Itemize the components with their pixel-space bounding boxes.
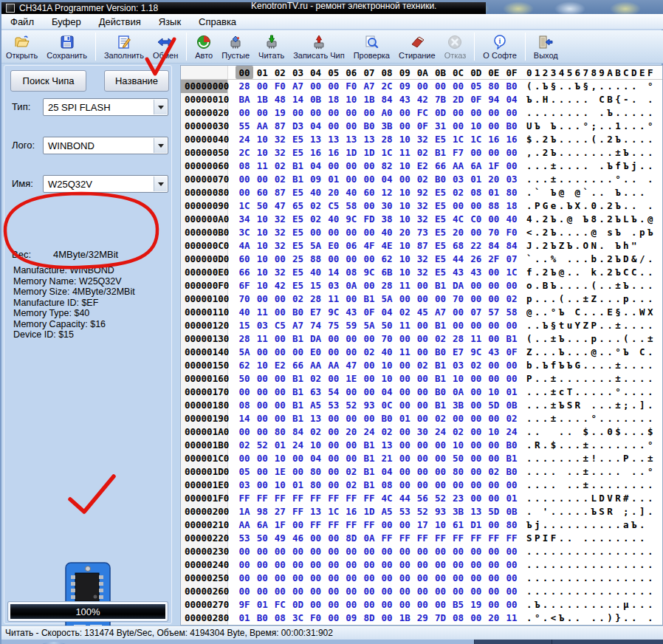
hex-byte-cell[interactable]: 00 <box>360 160 378 173</box>
hex-byte-cell[interactable]: 00 <box>413 372 431 386</box>
hex-byte-cell[interactable]: 00 <box>253 425 271 439</box>
hex-byte-cell[interactable]: 08 <box>271 612 289 625</box>
hex-byte-cell[interactable]: 3B <box>378 120 396 133</box>
hex-byte-cell[interactable]: 27 <box>271 505 289 518</box>
hex-byte-cell[interactable]: FF <box>271 492 289 505</box>
hex-row[interactable]: 000002904100000487B000000000000D00450000… <box>181 625 662 626</box>
hex-byte-cell[interactable]: 00 <box>271 253 289 266</box>
hex-address[interactable]: 00000210 <box>181 518 228 532</box>
hex-byte-cell[interactable]: B1 <box>289 160 306 173</box>
hex-byte-cell[interactable]: 00 <box>325 372 343 386</box>
hex-byte-cell[interactable]: 06 <box>343 239 360 253</box>
hex-row[interactable]: 000001F0FFFFFFFFFFFFFFFF4C44565223000001… <box>181 492 662 505</box>
hex-byte-cell[interactable]: 93 <box>360 399 378 412</box>
hex-byte-cell[interactable]: 61 <box>450 518 467 532</box>
hex-address[interactable]: 000001F0 <box>181 492 228 505</box>
hex-byte-cell[interactable]: 00 <box>289 585 306 598</box>
hex-byte-cell[interactable]: 00 <box>431 585 449 598</box>
hex-byte-cell[interactable]: 9C <box>343 213 360 226</box>
hex-byte-cell[interactable]: 80 <box>307 479 325 492</box>
hex-byte-cell[interactable]: 21 <box>378 452 396 465</box>
hex-byte-cell[interactable]: 00 <box>485 558 503 572</box>
hex-byte-cell[interactable]: 00 <box>343 585 360 598</box>
hex-byte-cell[interactable]: 00 <box>253 545 271 558</box>
hex-byte-cell[interactable]: 00 <box>467 226 485 239</box>
hex-byte-cell[interactable]: 40 <box>307 266 325 279</box>
hex-byte-cell[interactable]: 0F <box>467 93 485 106</box>
hex-byte-cell[interactable]: 3B <box>450 505 467 518</box>
hex-byte-cell[interactable]: 02 <box>396 306 413 319</box>
hex-byte-cell[interactable]: 03 <box>325 279 343 292</box>
hex-byte-cell[interactable]: 00 <box>450 319 467 332</box>
hex-byte-cell[interactable]: 00 <box>413 572 431 585</box>
hex-byte-cell[interactable]: 00 <box>467 279 485 292</box>
hex-byte-cell[interactable]: 10 <box>396 133 413 146</box>
hex-byte-cell[interactable]: 00 <box>289 465 306 479</box>
hex-byte-cell[interactable]: 02 <box>431 412 449 425</box>
hex-byte-cell[interactable]: 00 <box>236 572 253 585</box>
hex-row[interactable]: 000000C04A1032E55AE0064F4E1087E568228484… <box>181 239 662 253</box>
hex-byte-cell[interactable]: 00 <box>325 572 343 585</box>
hex-byte-cell[interactable]: 02 <box>307 213 325 226</box>
hex-byte-cell[interactable]: 00 <box>360 412 378 425</box>
hex-byte-cell[interactable]: 01 <box>325 173 343 186</box>
hex-byte-cell[interactable]: 05 <box>236 465 253 479</box>
hex-byte-cell[interactable]: 46 <box>289 532 306 545</box>
hex-byte-cell[interactable]: 1F <box>485 160 503 173</box>
hex-byte-cell[interactable]: 00 <box>236 558 253 572</box>
hex-byte-cell[interactable]: 20 <box>450 226 467 239</box>
hex-byte-cell[interactable]: 17 <box>413 518 431 532</box>
hex-byte-cell[interactable]: 00 <box>307 80 325 93</box>
hex-byte-cell[interactable]: 04 <box>378 173 396 186</box>
hex-byte-cell[interactable]: 00 <box>485 106 503 120</box>
hex-byte-cell[interactable]: 20 <box>485 612 503 625</box>
hex-byte-cell[interactable]: 93 <box>431 505 449 518</box>
hex-row[interactable]: 000000502C1032E516161D1D1C1102B1F7000000… <box>181 146 662 160</box>
hex-byte-cell[interactable]: 57 <box>485 306 503 319</box>
hex-byte-cell[interactable]: 6F <box>236 279 253 292</box>
hex-byte-cell[interactable]: 00 <box>503 598 521 612</box>
menu-item-2[interactable]: Действия <box>90 14 150 30</box>
hex-byte-cell[interactable]: B1 <box>431 146 449 160</box>
hex-byte-cell[interactable]: 41 <box>236 625 253 626</box>
hex-byte-cell[interactable]: 1E <box>343 372 360 386</box>
hex-byte-cell[interactable]: 32 <box>271 146 289 160</box>
hex-byte-cell[interactable]: 8D <box>343 532 360 545</box>
hex-byte-cell[interactable]: AA <box>450 160 467 173</box>
hex-byte-cell[interactable]: 08 <box>236 160 253 173</box>
hex-byte-cell[interactable]: 18 <box>325 93 343 106</box>
hex-address[interactable]: 00000050 <box>181 146 228 160</box>
hex-byte-cell[interactable]: 00 <box>503 359 521 372</box>
hex-row[interactable]: 000001506210E266AAAA4700100002B103020000… <box>181 359 662 372</box>
toolbar-button-11[interactable]: iО Софте <box>479 31 521 62</box>
toolbar-button-6[interactable]: Читать <box>255 31 288 62</box>
hex-byte-cell[interactable]: 4C <box>378 492 396 505</box>
hex-address[interactable]: 000000D0 <box>181 253 228 266</box>
hex-byte-cell[interactable]: B1 <box>431 399 449 412</box>
hex-byte-cell[interactable]: 01 <box>467 173 485 186</box>
toolbar-button-5[interactable]: Пустые <box>218 31 253 62</box>
hex-byte-cell[interactable]: 00 <box>413 625 431 626</box>
hex-byte-cell[interactable]: B1 <box>289 173 306 186</box>
hex-byte-cell[interactable]: E0 <box>307 346 325 359</box>
hex-byte-cell[interactable]: B1 <box>289 399 306 412</box>
hex-byte-cell[interactable]: E2 <box>271 359 289 372</box>
hex-byte-cell[interactable]: 24 <box>236 133 253 146</box>
hex-address[interactable]: 00000170 <box>181 386 228 399</box>
hex-byte-cell[interactable]: 00 <box>343 106 360 120</box>
hex-byte-cell[interactable]: 28 <box>450 332 467 346</box>
hex-byte-cell[interactable]: 16 <box>343 505 360 518</box>
hex-byte-cell[interactable]: 00 <box>271 386 289 399</box>
hex-byte-cell[interactable]: 80 <box>271 425 289 439</box>
hex-byte-cell[interactable]: 0F <box>413 120 431 133</box>
hex-byte-cell[interactable]: 1C <box>467 133 485 146</box>
hex-address[interactable]: 000000C0 <box>181 239 228 253</box>
hex-byte-cell[interactable]: 40 <box>378 226 396 239</box>
hex-byte-cell[interactable]: 0B <box>503 505 521 518</box>
hex-byte-cell[interactable]: 00 <box>485 572 503 585</box>
hex-byte-cell[interactable]: 0D <box>289 598 306 612</box>
hex-byte-cell[interactable]: 00 <box>325 332 343 346</box>
hex-byte-cell[interactable]: 00 <box>396 359 413 372</box>
hex-byte-cell[interactable]: 10 <box>396 253 413 266</box>
hex-byte-cell[interactable]: 32 <box>271 133 289 146</box>
